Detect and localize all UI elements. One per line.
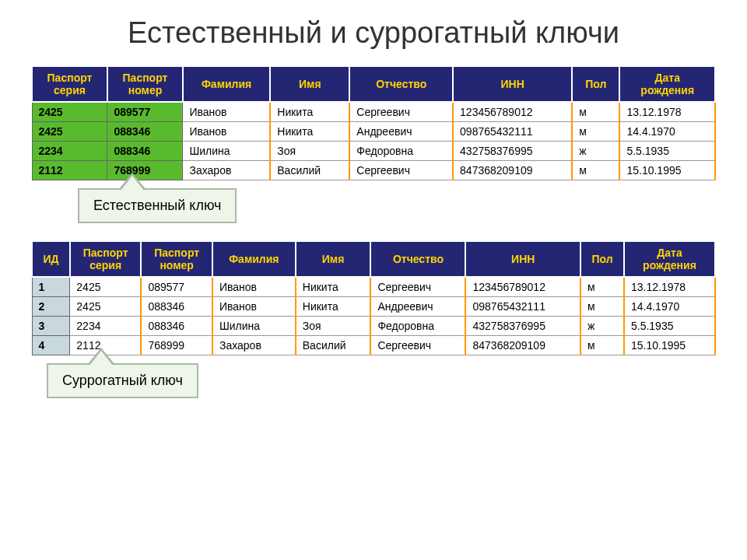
table-cell: Сергеевич <box>349 102 453 122</box>
table-cell: Зоя <box>270 141 349 160</box>
table-cell: 2425 <box>32 121 107 141</box>
table-cell: 3 <box>32 316 70 335</box>
table-cell: 098765432111 <box>453 121 572 141</box>
table-cell: Иванов <box>212 277 296 297</box>
table-cell: Захаров <box>212 335 296 355</box>
table-header: Фамилия <box>212 241 296 277</box>
table-cell: Шилина <box>183 141 270 160</box>
table-cell: 14.4.1970 <box>624 296 715 316</box>
table-row: 32234088346ШилинаЗояФедоровна43275837699… <box>32 316 715 335</box>
table-header: Пол <box>580 241 624 277</box>
table-cell: 089577 <box>107 102 183 122</box>
table-cell: 768999 <box>141 335 212 355</box>
table-cell: 2234 <box>70 316 142 335</box>
table-cell: Сергеевич <box>370 277 465 297</box>
table-cell: м <box>572 121 619 141</box>
table-cell: Захаров <box>183 160 270 180</box>
table-cell: 2112 <box>32 160 107 180</box>
table-cell: 123456789012 <box>453 102 572 122</box>
natural-key-callout: Естественный ключ <box>78 188 237 223</box>
table-cell: 088346 <box>141 296 212 316</box>
table-cell: Сергеевич <box>370 335 465 355</box>
table-cell: Сергеевич <box>349 160 453 180</box>
table-cell: Иванов <box>183 102 270 122</box>
table-cell: 1 <box>32 277 70 297</box>
table-cell: 088346 <box>107 121 183 141</box>
table-header: Фамилия <box>183 66 270 102</box>
table-cell: м <box>580 296 624 316</box>
table-cell: 2425 <box>70 296 142 316</box>
table-cell: м <box>580 335 624 355</box>
table-cell: 089577 <box>141 277 212 297</box>
table-header: ИНН <box>453 66 572 102</box>
table-cell: Шилина <box>212 316 296 335</box>
table-cell: 13.12.1978 <box>619 102 715 122</box>
table-cell: 2234 <box>32 141 107 160</box>
table-header: Имя <box>296 241 371 277</box>
table-row: 12425089577ИвановНикитаСергеевич12345678… <box>32 277 715 297</box>
table-cell: 15.10.1995 <box>624 335 715 355</box>
table-cell: 2 <box>32 296 70 316</box>
table-row: 2425088346ИвановНикитаАндреевич098765432… <box>32 121 715 141</box>
table-header: ИНН <box>465 241 580 277</box>
table-header: Паспорт серия <box>32 66 107 102</box>
table-cell: 13.12.1978 <box>624 277 715 297</box>
table-header: Паспорт номер <box>141 241 212 277</box>
table-cell: Федоровна <box>370 316 465 335</box>
table-cell: Иванов <box>212 296 296 316</box>
table-cell: ж <box>572 141 619 160</box>
table-cell: ж <box>580 316 624 335</box>
surrogate-key-callout: Суррогатный ключ <box>47 363 198 398</box>
table-cell: 432758376995 <box>453 141 572 160</box>
table-cell: 432758376995 <box>465 316 580 335</box>
surrogate-key-table: ИДПаспорт серияПаспорт номерФамилияИмяОт… <box>31 240 716 355</box>
table-cell: 123456789012 <box>465 277 580 297</box>
table-header: Имя <box>270 66 349 102</box>
table-cell: Иванов <box>183 121 270 141</box>
table-cell: 14.4.1970 <box>619 121 715 141</box>
table-cell: Андреевич <box>370 296 465 316</box>
table-cell: 5.5.1935 <box>619 141 715 160</box>
table-cell: Андреевич <box>349 121 453 141</box>
table-cell: Никита <box>296 296 371 316</box>
table-cell: м <box>572 102 619 122</box>
table-cell: м <box>572 160 619 180</box>
table-cell: Василий <box>296 335 371 355</box>
table-cell: 847368209109 <box>453 160 572 180</box>
table-cell: 2425 <box>70 277 142 297</box>
page-title: Естественный и суррогатный ключи <box>31 16 716 51</box>
table-cell: 2425 <box>32 102 107 122</box>
table-cell: Никита <box>270 121 349 141</box>
table-cell: 088346 <box>141 316 212 335</box>
table-cell: 5.5.1935 <box>624 316 715 335</box>
table-header: Дата рождения <box>619 66 715 102</box>
table-cell: 847368209109 <box>465 335 580 355</box>
table-header: Отчество <box>349 66 453 102</box>
table-cell: Никита <box>270 102 349 122</box>
table-cell: 15.10.1995 <box>619 160 715 180</box>
table-header: Пол <box>572 66 619 102</box>
table-row: 42112768999ЗахаровВасилийСергеевич847368… <box>32 335 715 355</box>
table-cell: 088346 <box>107 141 183 160</box>
natural-key-table: Паспорт серияПаспорт номерФамилияИмяОтче… <box>31 65 716 180</box>
table-cell: 4 <box>32 335 70 355</box>
table-cell: Никита <box>296 277 371 297</box>
table-header: Отчество <box>370 241 465 277</box>
table-cell: 098765432111 <box>465 296 580 316</box>
table-header: Дата рождения <box>624 241 715 277</box>
table-row: 2425089577ИвановНикитаСергеевич123456789… <box>32 102 715 122</box>
table-cell: Василий <box>270 160 349 180</box>
table-header: Паспорт серия <box>70 241 142 277</box>
table-row: 2234088346ШилинаЗояФедоровна432758376995… <box>32 141 715 160</box>
table-cell: Зоя <box>296 316 371 335</box>
table-header: ИД <box>32 241 70 277</box>
table-cell: Федоровна <box>349 141 453 160</box>
table-cell: м <box>580 277 624 297</box>
table-header: Паспорт номер <box>107 66 183 102</box>
table-row: 22425088346ИвановНикитаАндреевич09876543… <box>32 296 715 316</box>
